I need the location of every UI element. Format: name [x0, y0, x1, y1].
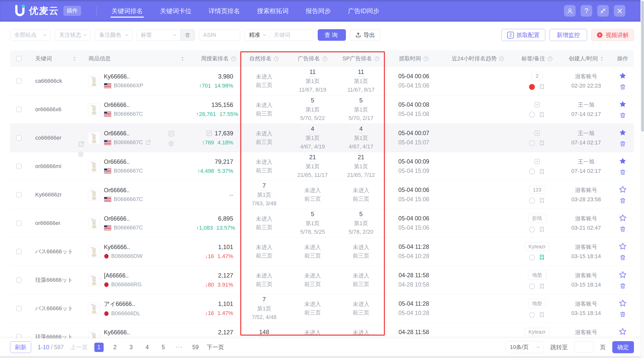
jump-page-input[interactable]: [574, 341, 593, 353]
note-icon[interactable]: [539, 311, 545, 318]
scrollbar-track[interactable]: [640, 0, 644, 358]
confirm-button[interactable]: 确定: [612, 341, 634, 353]
select-all-checkbox[interactable]: [16, 56, 22, 61]
nav-item-3[interactable]: 搜索框拓词: [257, 0, 289, 22]
delete-row-icon[interactable]: [619, 197, 626, 204]
note-color-dot[interactable]: [529, 284, 535, 289]
help-icon[interactable]: ?: [231, 56, 236, 61]
product-title[interactable]: アイ66666..: [104, 300, 140, 308]
row-checkbox[interactable]: [16, 192, 22, 197]
product-image[interactable]: ü toy: [88, 160, 100, 172]
row-checkbox[interactable]: [16, 334, 22, 338]
delete-row-icon[interactable]: [619, 84, 626, 90]
product-image[interactable]: ü toy: [88, 217, 100, 229]
close-button[interactable]: [614, 5, 625, 17]
page-button-3[interactable]: 3: [127, 343, 136, 352]
delete-row-icon[interactable]: [619, 254, 626, 261]
add-monitor-button[interactable]: 新增监控: [549, 29, 587, 41]
tag-badge[interactable]: 地垫: [528, 270, 546, 280]
star-favorite-icon[interactable]: [619, 271, 627, 279]
page-button-1[interactable]: 1: [94, 343, 104, 352]
nav-item-0[interactable]: 关键词排名: [111, 0, 143, 22]
product-trend-icon[interactable]: [168, 130, 175, 137]
add-tag-icon[interactable]: [534, 158, 541, 165]
note-color-dot[interactable]: [529, 227, 535, 232]
help-icon[interactable]: ?: [547, 56, 553, 61]
help-icon[interactable]: ?: [423, 56, 429, 61]
note-color-dot[interactable]: [529, 169, 535, 174]
note-icon[interactable]: [539, 226, 545, 233]
tag-select[interactable]: 标签: [137, 29, 180, 41]
product-title[interactable]: Or66666..: [104, 187, 143, 194]
next-page-button[interactable]: 下一页: [207, 343, 224, 351]
help-icon[interactable]: ?: [499, 56, 504, 61]
note-icon[interactable]: [539, 197, 545, 204]
asin-input[interactable]: [199, 29, 240, 41]
add-tag-icon[interactable]: [534, 130, 541, 137]
note-icon[interactable]: [539, 168, 545, 175]
star-favorite-icon[interactable]: [619, 72, 627, 80]
tag-badge[interactable]: 折纸: [528, 214, 546, 223]
page-size-select[interactable]: 10条/页: [506, 341, 544, 353]
star-favorite-icon[interactable]: [619, 242, 627, 251]
capture-config-button[interactable]: 2 抓取配置: [501, 29, 545, 41]
tag-badge[interactable]: Kyteazr: [525, 243, 550, 251]
video-guide-button[interactable]: 视频讲解: [591, 29, 634, 41]
star-favorite-icon[interactable]: [619, 214, 627, 222]
nav-item-2[interactable]: 详情页排名: [209, 0, 240, 22]
site-select[interactable]: 全部站点: [10, 29, 51, 41]
product-title[interactable]: [A66666..: [104, 272, 142, 279]
nav-item-5[interactable]: 广告ID同步: [348, 0, 379, 22]
star-favorite-icon[interactable]: [619, 157, 627, 165]
delete-row-icon[interactable]: [619, 226, 626, 232]
help-icon[interactable]: ?: [374, 56, 380, 61]
product-title[interactable]: Or66666..: [104, 215, 143, 222]
refresh-button[interactable]: 刷新: [10, 341, 31, 353]
delete-row-icon[interactable]: [619, 169, 626, 176]
tag-badge[interactable]: 123: [529, 186, 545, 194]
tag-badge[interactable]: 地垫: [528, 299, 546, 308]
product-image[interactable]: ü toy: [88, 189, 100, 201]
product-title[interactable]: Ky66666..: [104, 329, 143, 336]
tag-badge[interactable]: Kyteazr: [525, 328, 550, 336]
tag-badge[interactable]: 2: [532, 72, 542, 80]
product-image[interactable]: ü toy: [88, 331, 100, 338]
note-color-dot[interactable]: [529, 84, 535, 90]
sort-icon[interactable]: [73, 56, 76, 62]
nav-item-1[interactable]: 关键词卡位: [160, 0, 191, 22]
nav-item-4[interactable]: 报告同步: [306, 0, 331, 22]
export-button[interactable]: 导出: [350, 29, 380, 41]
star-favorite-icon[interactable]: [619, 129, 627, 137]
page-button-2[interactable]: 2: [110, 343, 120, 352]
follow-status-select[interactable]: 关注状态: [55, 29, 91, 41]
star-favorite-icon[interactable]: [619, 328, 627, 336]
share-keyword-icon[interactable]: [78, 141, 85, 147]
note-color-select[interactable]: 备注颜色: [95, 29, 133, 41]
delete-row-icon[interactable]: [619, 112, 626, 119]
product-title[interactable]: Or66666..: [104, 130, 151, 137]
product-image[interactable]: ü toy: [88, 75, 100, 87]
row-checkbox[interactable]: [16, 164, 22, 169]
row-checkbox[interactable]: [16, 107, 22, 112]
clear-tag-button[interactable]: [180, 29, 195, 41]
delete-row-icon[interactable]: [619, 283, 626, 289]
product-image[interactable]: ü toy: [88, 302, 100, 314]
sort-icon[interactable]: [600, 56, 603, 62]
delete-row-icon[interactable]: [619, 140, 626, 147]
product-image[interactable]: ü toy: [88, 132, 100, 144]
note-color-dot[interactable]: [529, 312, 535, 318]
product-title[interactable]: Or66666..: [104, 102, 143, 108]
row-checkbox[interactable]: [16, 306, 22, 311]
product-title[interactable]: Or66666..: [104, 158, 143, 165]
help-icon[interactable]: ?: [322, 56, 328, 61]
note-color-dot[interactable]: [529, 112, 535, 117]
search-button[interactable]: 查询: [318, 29, 346, 41]
note-color-dot[interactable]: [529, 255, 535, 260]
user-button[interactable]: [564, 5, 576, 17]
product-title[interactable]: Ky66666..: [104, 244, 143, 251]
note-color-dot[interactable]: [529, 198, 535, 204]
external-link-icon[interactable]: [145, 139, 151, 145]
row-checkbox[interactable]: [16, 78, 22, 84]
keyword-input[interactable]: [270, 30, 313, 40]
sort-icon[interactable]: [181, 56, 184, 62]
